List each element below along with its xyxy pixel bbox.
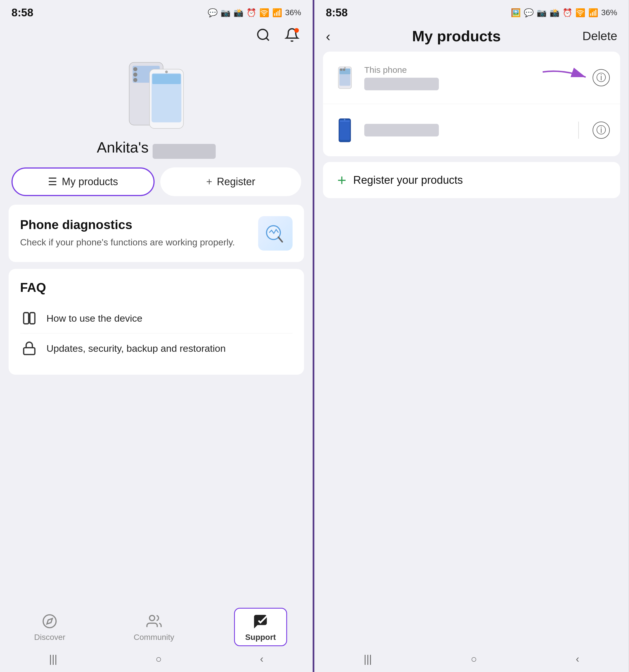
action-buttons: ☰ My products + Register [0, 167, 312, 205]
right-time: 8:58 [326, 7, 348, 19]
svg-rect-15 [24, 348, 35, 355]
alarm-icon: ⏰ [247, 8, 256, 18]
magnifier-chart-icon [264, 222, 287, 245]
gallery-icon: 🖼️ [511, 8, 521, 18]
recent-apps-btn-r[interactable]: ||| [364, 653, 372, 665]
diagnostics-title: Phone diagnostics [20, 218, 235, 232]
svg-rect-27 [340, 120, 350, 140]
phones-container: 8:58 💬 📷 📸 ⏰ 🛜 📶 36% [0, 0, 629, 672]
svg-line-12 [279, 237, 282, 242]
svg-point-18 [149, 616, 155, 621]
right-bottom-nav: ||| ○ ‹ [314, 649, 629, 672]
phone-diagnostics-card: Phone diagnostics Check if your phone's … [8, 205, 304, 262]
back-btn-sys[interactable]: ‹ [260, 653, 263, 665]
camera-icon-r: 📸 [550, 8, 560, 18]
register-button[interactable]: + Register [160, 167, 301, 196]
recent-apps-btn[interactable]: ||| [49, 653, 57, 665]
nav-community[interactable]: Community [125, 609, 183, 645]
register-plus-icon: + [337, 172, 347, 188]
register-label: Register [217, 176, 255, 188]
product-phone-image-1 [333, 114, 356, 146]
product-phone-image-0 [333, 62, 356, 93]
community-icon [145, 612, 163, 630]
svg-point-10 [165, 71, 168, 73]
left-time: 8:58 [11, 7, 33, 19]
svg-marker-17 [47, 618, 52, 624]
faq-card: FAQ How to use the device Updates, secur… [8, 269, 304, 375]
home-btn[interactable]: ○ [156, 653, 162, 665]
svg-rect-24 [343, 69, 345, 71]
diagnostics-content: Phone diagnostics Check if your phone's … [20, 216, 293, 250]
vertical-divider [578, 122, 579, 139]
wifi-icon-r: 🛜 [575, 8, 585, 18]
phone-image [113, 53, 199, 133]
faq-item-0[interactable]: How to use the device [20, 303, 293, 333]
right-system-nav: ||| ○ ‹ [314, 649, 629, 672]
my-products-label: My products [62, 176, 118, 188]
diagnostics-text-area: Phone diagnostics Check if your phone's … [20, 218, 235, 249]
svg-point-16 [43, 615, 56, 628]
delete-button[interactable]: Delete [583, 29, 617, 43]
svg-rect-28 [340, 120, 350, 122]
product-info-1 [364, 124, 570, 137]
right-status-icons: 🖼️ 💬 📷 📸 ⏰ 🛜 📶 36% [511, 8, 617, 18]
back-chevron-icon: ‹ [326, 28, 330, 44]
discover-label: Discover [34, 633, 65, 642]
faq-item-1-text: Updates, security, backup and restoratio… [46, 342, 226, 355]
svg-point-5 [133, 73, 137, 76]
back-btn-sys-r[interactable]: ‹ [576, 653, 579, 665]
svg-line-1 [266, 38, 269, 41]
product-item-0[interactable]: This phone ⓘ [323, 52, 620, 104]
diagnostics-subtitle: Check if your phone's functions are work… [20, 236, 235, 249]
camera-icon: 📸 [233, 8, 243, 18]
phone-image-area [0, 47, 312, 136]
svg-rect-14 [30, 312, 35, 324]
svg-point-4 [133, 67, 137, 71]
support-icon [251, 612, 270, 630]
nav-discover[interactable]: Discover [25, 609, 74, 645]
battery-text-r: 36% [601, 8, 617, 17]
product-list: This phone ⓘ [323, 52, 620, 156]
left-header [0, 23, 312, 47]
product-name-blur-0 [364, 78, 439, 90]
search-button[interactable] [254, 26, 273, 44]
my-products-button[interactable]: ☰ My products [11, 167, 155, 196]
instagram-icon-r: 📷 [537, 8, 547, 18]
product-name-blur-1 [364, 124, 439, 137]
svg-rect-13 [24, 312, 29, 324]
wifi-icon: 🛜 [259, 8, 269, 18]
right-status-bar: 8:58 🖼️ 💬 📷 📸 ⏰ 🛜 📶 36% [314, 0, 629, 23]
faq-item-1[interactable]: Updates, security, backup and restoratio… [20, 333, 293, 363]
signal-icon: 📶 [272, 8, 282, 18]
plus-icon: + [206, 176, 212, 188]
nav-support[interactable]: Support [234, 608, 287, 646]
support-label: Support [245, 633, 276, 642]
notification-button[interactable] [283, 26, 301, 44]
purple-arrow-annotation [540, 66, 597, 89]
list-icon: ☰ [48, 176, 57, 188]
left-status-icons: 💬 📷 📸 ⏰ 🛜 📶 36% [208, 8, 301, 18]
signal-icon-r: 📶 [588, 8, 598, 18]
notification-dot [294, 28, 299, 33]
bottom-nav: Discover Community Support ||| ○ [0, 603, 312, 672]
register-products-row[interactable]: + Register your products [323, 162, 620, 198]
faq-item-0-text: How to use the device [46, 312, 143, 325]
faq-title: FAQ [20, 280, 293, 295]
community-label: Community [134, 633, 174, 642]
home-btn-r[interactable]: ○ [471, 653, 477, 665]
username-blur [153, 144, 216, 159]
username-area: Ankita's [0, 136, 312, 167]
svg-point-22 [344, 67, 346, 69]
info-button-1[interactable]: ⓘ [592, 122, 610, 139]
security-icon [20, 339, 39, 358]
instagram-icon: 📷 [220, 8, 231, 18]
battery-text: 36% [285, 8, 301, 17]
page-title: My products [412, 27, 501, 45]
discover-icon [41, 612, 59, 630]
svg-point-6 [133, 78, 137, 82]
left-system-nav: ||| ○ ‹ [0, 649, 312, 672]
product-item-1[interactable]: ⓘ [323, 104, 620, 156]
back-button[interactable]: ‹ [326, 28, 330, 44]
right-page-header: ‹ My products Delete [314, 23, 629, 52]
whatsapp-icon-r: 💬 [524, 8, 534, 18]
